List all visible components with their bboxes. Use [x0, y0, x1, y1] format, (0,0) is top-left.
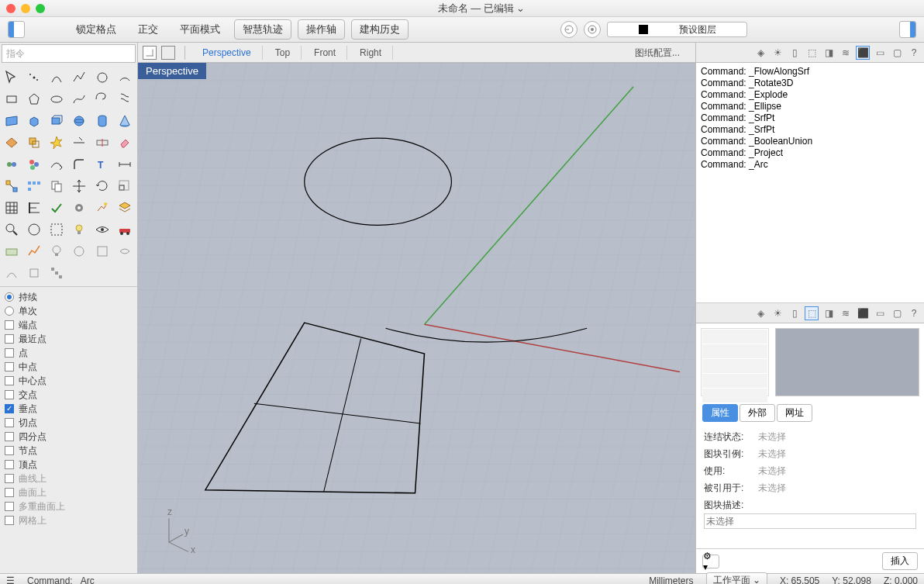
quad-check[interactable] [5, 432, 14, 441]
smarttrack-button[interactable]: 智慧轨迹 [234, 19, 291, 40]
group-tool[interactable] [24, 154, 44, 175]
stack-icon[interactable]: ≋ [839, 46, 853, 60]
ellipse-tool[interactable] [47, 89, 67, 109]
layer-tool[interactable] [115, 198, 135, 218]
gear-button[interactable]: ⚙ ▾ [702, 555, 719, 568]
cplane-button[interactable]: 工作平面 ⌄ [706, 572, 767, 584]
onsurf-check[interactable] [5, 488, 14, 497]
bulb-tool[interactable] [47, 241, 67, 261]
doc-icon[interactable]: ▯ [788, 46, 802, 60]
viewport[interactable]: z x y Perspective [138, 63, 695, 573]
circle-tool[interactable] [92, 67, 112, 88]
pointer-tool[interactable] [2, 67, 22, 88]
display-icon-2[interactable]: ⬛ [856, 306, 870, 320]
align-tool[interactable] [24, 198, 44, 218]
int-check[interactable] [5, 390, 14, 399]
box-icon[interactable]: ⬚ [805, 46, 819, 60]
array-tool[interactable] [24, 176, 44, 196]
screen-icon-2[interactable]: ▢ [890, 306, 904, 320]
move-tool[interactable] [69, 176, 89, 196]
four-view-button[interactable] [143, 46, 157, 60]
url-tab[interactable]: 网址 [777, 404, 812, 422]
help-icon-2[interactable]: ? [907, 306, 921, 320]
surface-tool[interactable] [2, 111, 22, 131]
layer-selector[interactable]: 预设图层 [607, 22, 748, 37]
perspective-tab[interactable]: Perspective [191, 46, 263, 60]
transform-tool[interactable] [2, 176, 22, 196]
stack-icon-2[interactable]: ≋ [839, 306, 853, 320]
dimension-tool[interactable] [115, 154, 135, 175]
block-desc-input[interactable] [704, 513, 916, 529]
minimize-button[interactable] [21, 4, 30, 13]
mid-check[interactable] [5, 362, 14, 371]
spiral-tool[interactable] [92, 89, 112, 109]
box-icon-2[interactable]: ⬚ [805, 306, 819, 320]
copy-tool[interactable] [47, 176, 67, 196]
dial-icon-2[interactable] [584, 21, 601, 38]
solid-tool[interactable] [24, 111, 44, 131]
misc-6-tool[interactable] [47, 263, 67, 283]
maximize-button[interactable] [36, 4, 45, 13]
tan-check[interactable] [5, 418, 14, 427]
cylinder-tool[interactable] [92, 111, 112, 131]
layers-icon-2[interactable]: ◈ [753, 306, 767, 320]
command-input[interactable]: 指令 [2, 44, 136, 63]
misc-5-tool[interactable] [24, 263, 44, 283]
helix-tool[interactable] [115, 89, 135, 109]
select-tool[interactable] [47, 219, 67, 240]
rect-tool[interactable] [2, 89, 22, 109]
grid-tool[interactable] [2, 198, 22, 218]
rotate-tool[interactable] [92, 176, 112, 196]
attr-tab[interactable]: 属性 [702, 404, 738, 422]
cone-tool[interactable] [115, 111, 135, 131]
scale-tool[interactable] [115, 176, 135, 196]
extend-tool[interactable] [47, 154, 67, 175]
camera-icon-2[interactable]: ◨ [822, 306, 836, 320]
extract-tool[interactable] [24, 133, 44, 153]
layout-config-button[interactable]: 图纸配置... [624, 46, 691, 60]
misc-3-tool[interactable] [115, 241, 135, 261]
dial-icon-1[interactable] [560, 21, 578, 38]
analyze-tool[interactable] [24, 241, 44, 261]
center-check[interactable] [5, 376, 14, 385]
hide-tool[interactable] [92, 219, 112, 240]
oncurve-check[interactable] [5, 474, 14, 483]
right-tab[interactable]: Right [349, 46, 393, 60]
status-hamburger-icon[interactable]: ☰ [6, 575, 15, 585]
vertex-check[interactable] [5, 460, 14, 469]
perp-check[interactable] [5, 404, 14, 413]
grid-lock-button[interactable]: 锁定格点 [68, 20, 124, 39]
render-tool[interactable] [92, 198, 112, 218]
light-tool[interactable] [69, 219, 89, 240]
box-tool[interactable] [47, 111, 67, 131]
ortho-button[interactable]: 正交 [130, 20, 166, 39]
monitor-icon[interactable]: ▭ [873, 46, 887, 60]
layers-icon[interactable]: ◈ [753, 46, 767, 60]
point-check[interactable] [5, 348, 14, 358]
misc-4-tool[interactable] [2, 263, 22, 283]
onmesh-check[interactable] [5, 516, 14, 525]
polyline-tool[interactable] [69, 67, 89, 88]
arc-tool[interactable] [115, 67, 135, 88]
sun-icon[interactable]: ☀ [771, 46, 784, 60]
right-sidebar-toggle[interactable] [899, 21, 916, 38]
history-button[interactable]: 建构历史 [351, 19, 409, 40]
polygon-tool[interactable] [24, 89, 44, 109]
block-list[interactable] [701, 328, 769, 396]
left-sidebar-toggle[interactable] [8, 21, 25, 38]
close-button[interactable] [6, 4, 16, 13]
check-tool[interactable] [47, 198, 67, 218]
settings-tool[interactable] [69, 198, 89, 218]
ext-tab[interactable]: 外部 [740, 404, 775, 422]
status-units[interactable]: Millimeters [649, 575, 693, 585]
display-icon[interactable]: ⬛ [856, 46, 870, 60]
mesh-tool[interactable] [2, 133, 22, 153]
front-tab[interactable]: Front [303, 46, 347, 60]
zoom-tool[interactable] [2, 219, 22, 240]
gumball-button[interactable]: 操作轴 [298, 19, 345, 40]
screen-icon[interactable]: ▢ [890, 46, 904, 60]
eraser-tool[interactable] [115, 133, 135, 153]
planar-button[interactable]: 平面模式 [172, 20, 228, 39]
sphere-tool[interactable] [69, 111, 89, 131]
single-view-button[interactable] [161, 46, 175, 60]
